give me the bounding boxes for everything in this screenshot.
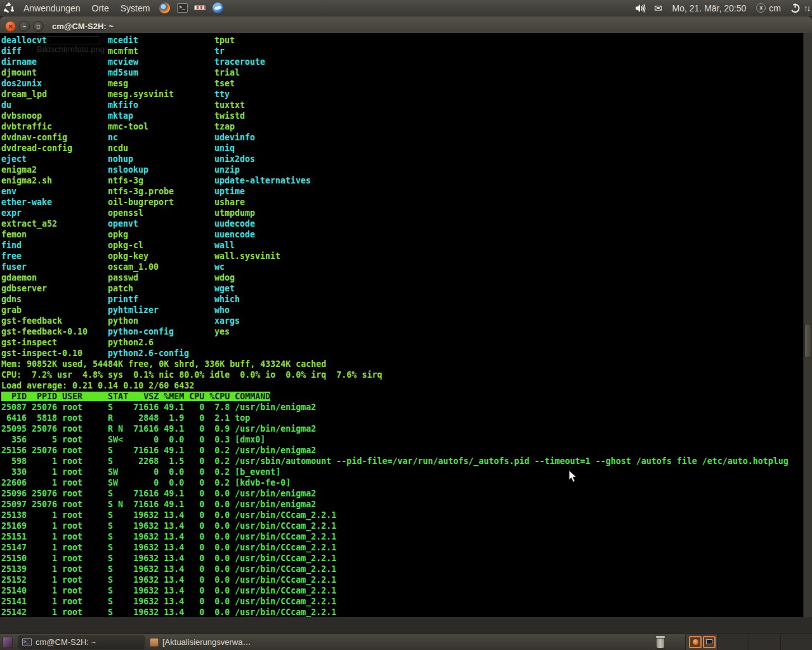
listing-entry: ether-wake [1,197,108,208]
cursor-arrow-icon [568,470,577,483]
workspace-2[interactable] [717,634,749,650]
listing-entry: wdog [214,272,321,283]
network-traffic-applet[interactable]: ↑↓ [804,3,812,13]
listing-entry: twistd [214,110,321,121]
listing-entry: find [1,240,108,251]
top-summary-line: Mem: 90852K used, 54484K free, 0K shrd, … [1,359,803,369]
ubuntu-logo-icon[interactable] [2,0,16,17]
listing-entry: mcedit [108,35,214,46]
listing-entry: diff [1,46,108,56]
process-row: 25139 1 root S 19632 13.4 0 0.0 /usr/bin… [1,564,803,574]
listing-entry: mktap [108,110,214,121]
listing-entry: oil-bugreport [108,197,214,208]
listing-row: gst-feedback-0.10python-configyes [1,326,803,337]
listing-entry: du [1,100,108,110]
listing-entry: yes [214,326,321,337]
listing-row: diffmcmfmttr [1,46,803,56]
workspace-1[interactable] [685,634,717,650]
listing-entry: python [108,315,214,326]
awning-icon [194,5,206,10]
listing-entry: deallocvt [1,35,108,46]
top-summary-line: CPU: 7.2% usr 4.8% sys 0.1% nic 80.0% id… [1,369,803,380]
terminal-scrollbar[interactable] [803,33,812,617]
top-summary-line: Load average: 0.21 0.14 0.10 2/60 6432 [1,380,803,391]
workspace-3[interactable] [749,634,780,650]
listing-row: gst-inspect-0.10python2.6-config [1,348,803,359]
taskbar-button-update-manager[interactable]: [Aktualisierungsverwa… [146,635,273,649]
listing-entry: expr [1,208,108,218]
mini-firefox-icon [693,639,698,645]
messaging-menu[interactable]: ✉ [652,0,665,17]
listing-row: extract_a52openvtuudecode [1,218,803,229]
menu-orte[interactable]: Orte [86,0,115,17]
volume-applet[interactable] [634,0,648,17]
process-row: 25147 1 root S 19632 13.4 0 0.0 /usr/bin… [1,542,803,553]
thunderbird-launcher-icon[interactable] [211,0,225,17]
listing-row: fuseroscam_1.00wc [1,262,803,272]
keyboard-applet-icon[interactable] [193,0,207,17]
workspace-4[interactable] [780,634,812,650]
listing-entry: uudecode [214,218,321,229]
listing-entry: dvdnav-config [1,132,108,143]
listing-entry: dos2unix [1,78,108,89]
listing-entry: md5sum [108,67,214,78]
show-desktop-button[interactable] [3,637,13,648]
listing-entry: update-alternatives [214,175,321,186]
listing-entry: env [1,186,108,197]
listing-entry: ntfs-3g [108,175,214,186]
minimize-button[interactable]: – [19,21,30,32]
listing-row: expropensslutmpdump [1,208,803,218]
listing-entry: opkg-key [108,251,214,262]
process-row: 25087 25076 root S 71616 49.1 0 7.8 /usr… [1,402,803,413]
process-row: 6416 5818 root R 2848 1.9 0 2.1 top [1,413,803,423]
listing-row: ether-wakeoil-bugreportushare [1,197,803,208]
terminal-screen[interactable]: Bildschirmfoto.png deallocvtmcedittputdi… [0,33,812,617]
close-button[interactable]: × [5,21,16,32]
listing-entry: djmount [1,67,108,78]
listing-row: gdbserverpatchwget [1,283,803,294]
listing-entry: extract_a52 [1,218,108,229]
listing-entry: tr [214,46,321,56]
listing-entry: gst-inspect [1,337,108,348]
update-manager-task-icon [150,638,159,647]
listing-entry: dvbtraffic [1,121,108,132]
terminal-output: deallocvtmcedittputdiffmcmfmttrdirnamemc… [1,35,803,617]
menu-system[interactable]: System [115,0,156,17]
menu-anwendungen[interactable]: Anwendungen [18,0,86,17]
listing-entry: dream_lpd [1,89,108,100]
arrow-down-icon: ↓ [807,3,810,13]
miniwindow-terminal[interactable] [703,636,716,648]
listing-entry: tzap [214,121,321,132]
maximize-button[interactable]: ▫ [33,21,44,32]
listing-entry: mkfifo [108,100,214,110]
process-row: 598 1 root S 2268 1.5 0 0.2 /usr/sbin/au… [1,456,803,467]
listing-row: enigma2.shntfs-3gupdate-alternatives [1,175,803,186]
listing-entry: grab [1,305,108,315]
clock-applet[interactable]: Mo, 21. Mär, 20:50 [667,0,752,17]
session-menu[interactable] [788,0,802,17]
username-label: cm [769,3,781,13]
miniwindow-firefox[interactable] [689,636,702,648]
process-row: 356 5 root SW< 0 0.0 0 0.3 [dmx0] [1,434,803,445]
scrollbar-handle[interactable] [804,324,811,358]
trash-icon[interactable] [655,636,666,648]
listing-entry: gdaemon [1,272,108,283]
listing-entry: udevinfo [214,132,321,143]
listing-entry: tset [214,78,321,89]
listing-entry: nohup [108,154,214,164]
listing-row: dirnamemcviewtraceroute [1,56,803,67]
taskbar-button-terminal[interactable]: >_ cm@CM-S2H: ~ [18,635,145,649]
listing-entry: oscam_1.00 [108,262,214,272]
process-row: 330 1 root SW 0 0.0 0 0.2 [b_event] [1,467,803,477]
terminal-launcher-icon[interactable]: >_ [175,0,189,17]
firefox-launcher-icon[interactable] [157,0,171,17]
listing-row: dvbtrafficmmc-tooltzap [1,121,803,132]
listing-row: gdaemonpasswdwdog [1,272,803,283]
listing-row: freeopkg-keywall.sysvinit [1,251,803,262]
me-menu[interactable]: x cm [751,0,786,17]
mail-icon: ✉ [654,3,662,14]
listing-entry: free [1,251,108,262]
bottom-panel: >_ cm@CM-S2H: ~ [Aktualisierungsverwa… [0,633,812,650]
trash-can [657,639,664,648]
listing-row: gst-feedbackpythonxargs [1,315,803,326]
